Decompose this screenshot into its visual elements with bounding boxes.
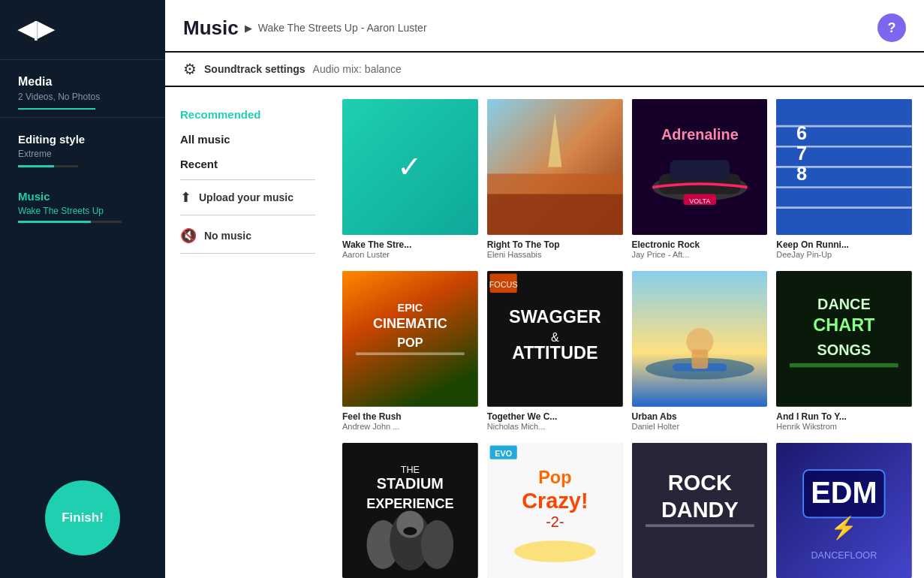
svg-text:CHART: CHART	[814, 315, 876, 334]
music-subtitle: Wake The Streets Up	[18, 206, 147, 216]
svg-text:DANCE: DANCE	[817, 295, 871, 312]
media-subtitle: 2 Videos, No Photos	[18, 92, 147, 102]
upload-music-button[interactable]: ⬆ Upload your music	[180, 179, 315, 215]
svg-text:POP: POP	[397, 336, 423, 349]
svg-text:DANCEFLOOR: DANCEFLOOR	[811, 549, 877, 560]
play-icon: ▶	[245, 23, 252, 34]
track-thumb-wake: ✓	[342, 99, 478, 235]
svg-text:&: &	[551, 330, 559, 344]
svg-point-58	[514, 540, 595, 562]
track-title-urban: Urban Abs	[632, 411, 768, 422]
svg-rect-63	[646, 524, 754, 527]
finish-button[interactable]: Finish!	[45, 480, 120, 555]
track-artist-together: Nicholas Mich...	[487, 422, 623, 431]
svg-point-51	[403, 527, 417, 535]
track-breathe[interactable]: THE STADIUM EXPERIENCE Breathe Mo	[342, 443, 478, 579]
main-content: Music ▶ Wake The Streets Up - Aaron Lust…	[165, 0, 924, 578]
left-nav: Recommended All music Recent ⬆ Upload yo…	[165, 87, 330, 578]
no-music-icon: 🔇	[180, 227, 197, 244]
track-thumb-dance: EDM ⚡ DANCEFLOOR	[776, 443, 912, 579]
svg-point-49	[421, 520, 453, 569]
page-title: Music	[183, 17, 239, 40]
track-thumb-keep: 6 7 8	[776, 99, 912, 235]
track-title-electronic: Electronic Rock	[632, 239, 768, 250]
svg-rect-42	[790, 363, 898, 367]
track-title-right: Right To The Top	[487, 239, 623, 250]
media-title: Media	[18, 75, 147, 89]
editing-title: Editing style	[18, 133, 147, 146]
track-thumb-strut: EVO Pop Crazy! -2-	[487, 443, 623, 579]
track-right[interactable]: Right To The Top Eleni Hassabis	[487, 99, 623, 259]
music-progress-bar	[18, 221, 122, 223]
track-artist-rush: Andrew John ...	[342, 422, 478, 431]
track-title-run: And I Run To Y...	[776, 411, 912, 422]
track-artist-electronic: Jay Price - Aft...	[632, 250, 768, 259]
svg-text:EVO: EVO	[495, 449, 512, 458]
track-artist-right: Eleni Hassabis	[487, 250, 623, 259]
app-logo-icon: ◀|▶	[18, 17, 53, 41]
track-thumb-breathe: THE STADIUM EXPERIENCE	[342, 443, 478, 579]
track-artist-keep: DeeJay Pin-Up	[776, 250, 912, 259]
gear-icon: ⚙	[183, 60, 197, 78]
svg-rect-38	[776, 271, 912, 407]
track-rush[interactable]: EPIC CINEMATIC POP Feel the Rush Andrew …	[342, 271, 478, 431]
selected-checkmark: ✓	[397, 149, 423, 184]
help-button[interactable]: ?	[877, 14, 906, 42]
svg-text:6: 6	[796, 122, 807, 143]
track-thumb-squat: ROCK DANDY	[632, 443, 768, 579]
no-music-button[interactable]: 🔇 No music	[180, 218, 315, 254]
track-title-keep: Keep On Runni...	[776, 239, 912, 250]
editing-subtitle: Extreme	[18, 149, 147, 159]
music-grid-area: ✓ Wake The Stre... Aaron Luster	[330, 87, 924, 578]
svg-text:EPIC: EPIC	[398, 302, 423, 314]
svg-text:VOLTA: VOLTA	[689, 197, 710, 205]
track-artist-wake: Aaron Luster	[342, 250, 478, 259]
svg-text:Crazy!: Crazy!	[522, 488, 588, 512]
svg-text:7: 7	[796, 143, 807, 164]
soundtrack-settings-button[interactable]: Soundtrack settings	[204, 63, 305, 75]
track-title-wake: Wake The Stre...	[342, 239, 478, 250]
track-strut[interactable]: EVO Pop Crazy! -2- Strutting Your ... Br…	[487, 443, 623, 579]
track-squat[interactable]: ROCK DANDY Squat Run Frederic Vitani	[632, 443, 768, 579]
svg-text:EDM: EDM	[811, 475, 877, 508]
sidebar: ◀|▶ Media 2 Videos, No Photos Editing st…	[0, 0, 165, 578]
track-wake[interactable]: ✓ Wake The Stre... Aaron Luster	[342, 99, 478, 259]
svg-text:-2-: -2-	[546, 513, 564, 530]
music-grid: ✓ Wake The Stre... Aaron Luster	[342, 99, 912, 578]
svg-text:DANDY: DANDY	[661, 498, 738, 522]
svg-text:Adrenaline: Adrenaline	[661, 126, 739, 143]
track-keep[interactable]: 6 7 8 Keep On Runni... DeeJay Pin-Up	[776, 99, 912, 259]
svg-text:SWAGGER: SWAGGER	[509, 306, 601, 326]
track-artist-urban: Daniel Holter	[632, 422, 768, 431]
svg-rect-8	[670, 160, 730, 180]
track-urban[interactable]: Urban Abs Daniel Holter	[632, 271, 768, 431]
svg-text:⚡: ⚡	[831, 514, 859, 540]
finish-button-container: Finish!	[45, 480, 120, 555]
track-thumb-electronic: Adrenaline VOLTA	[632, 99, 768, 235]
track-title-rush: Feel the Rush	[342, 411, 478, 422]
svg-rect-37	[691, 350, 708, 369]
settings-bar: ⚙ Soundtrack settings Audio mix: balance	[165, 53, 924, 87]
svg-text:ATTITUDE: ATTITUDE	[512, 343, 597, 363]
sidebar-media-section: Media 2 Videos, No Photos	[0, 59, 165, 117]
track-thumb-run: DANCE CHART SONGS	[776, 271, 912, 407]
svg-text:CINEMATIC: CINEMATIC	[373, 316, 447, 331]
svg-rect-26	[356, 352, 465, 355]
svg-text:Pop: Pop	[538, 468, 571, 487]
track-thumb-together: FOCUS SWAGGER & ATTITUDE	[487, 271, 623, 407]
svg-text:FOCUS: FOCUS	[489, 279, 517, 288]
track-electronic[interactable]: Adrenaline VOLTA Electronic Rock Jay Pri…	[632, 99, 768, 259]
nav-all-music[interactable]: All music	[180, 127, 315, 152]
svg-text:THE: THE	[401, 464, 420, 474]
svg-text:SONGS: SONGS	[817, 342, 871, 358]
svg-rect-3	[487, 194, 623, 235]
sidebar-music-section: Music Wake The Streets Up	[0, 175, 165, 230]
header-left: Music ▶ Wake The Streets Up - Aaron Lust…	[183, 17, 427, 40]
track-dance[interactable]: EDM ⚡ DANCEFLOOR Dancefloor Ro... Claude…	[776, 443, 912, 579]
nav-recent[interactable]: Recent	[180, 152, 315, 176]
track-run[interactable]: DANCE CHART SONGS And I Run To Y... Henr…	[776, 271, 912, 431]
track-together[interactable]: FOCUS SWAGGER & ATTITUDE Together We C..…	[487, 271, 623, 431]
nav-recommended[interactable]: Recommended	[180, 102, 315, 127]
audio-mix-label: Audio mix: balance	[313, 63, 402, 75]
upload-icon: ⬆	[180, 189, 191, 206]
